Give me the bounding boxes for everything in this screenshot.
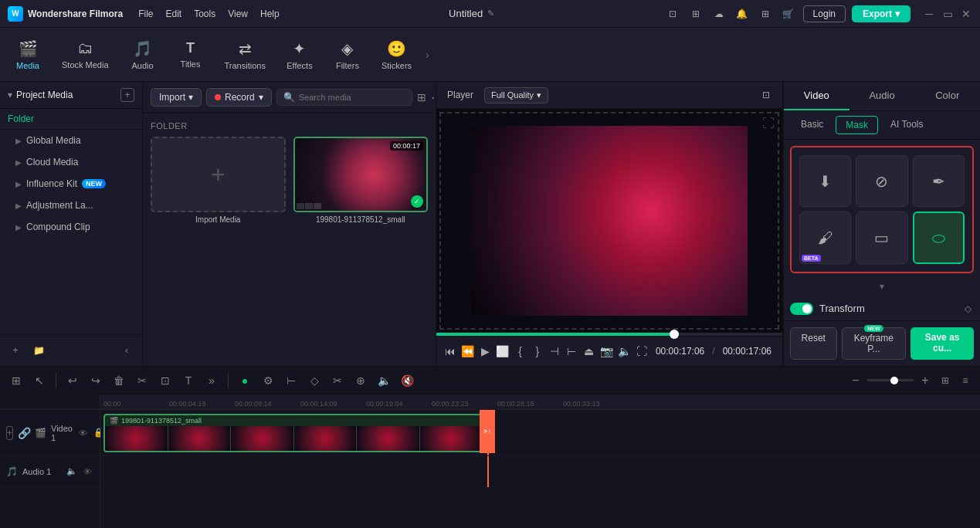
toolbar-filters[interactable]: ◈ Filters (324, 35, 371, 75)
toolbar-stickers[interactable]: 🙂 Stickers (372, 35, 421, 75)
minimize-button[interactable]: ─ (923, 8, 935, 20)
folder-button[interactable]: Folder (0, 109, 142, 130)
menu-tools[interactable]: Tools (194, 8, 215, 19)
preview-fullscreen-icon[interactable]: ⛶ (762, 117, 775, 130)
sidebar-item-cloud-media[interactable]: ▶ Cloud Media (0, 151, 142, 173)
sidebar-item-global-media[interactable]: ▶ Global Media (0, 130, 142, 151)
import-media-item[interactable]: + Import Media (151, 137, 286, 224)
login-button[interactable]: Login (803, 5, 846, 22)
tl-merge-button[interactable]: ⊕ (351, 371, 371, 391)
tl-audio-button[interactable]: 🔈 (374, 371, 394, 391)
maximize-button[interactable]: ▭ (941, 8, 954, 20)
play-button[interactable]: ▶ (479, 341, 491, 361)
import-button[interactable]: Import ▾ (151, 88, 202, 107)
tl-select-button[interactable]: ↖ (29, 371, 49, 391)
tab-color[interactable]: Color (914, 82, 980, 110)
mark-in-button[interactable]: ⏏ (582, 341, 595, 361)
subtab-mask[interactable]: Mask (836, 116, 878, 134)
skip-back-button[interactable]: ⏮ (444, 341, 456, 361)
mask-tool-download[interactable]: ⬇ (799, 155, 851, 207)
export-button[interactable]: Export ▾ (852, 5, 910, 22)
mask-tool-slash[interactable]: ⊘ (856, 155, 907, 207)
zoom-plus-button[interactable]: + (917, 372, 934, 389)
add-video-track-button[interactable]: + (6, 426, 13, 440)
close-button[interactable]: ✕ (960, 8, 972, 20)
search-input[interactable] (299, 93, 405, 102)
folder-footer-button[interactable]: 📁 (29, 341, 48, 360)
audio-mute-button[interactable]: 🔈 (66, 465, 78, 478)
cart-icon[interactable]: 🛒 (780, 5, 797, 22)
frame-back-button[interactable]: ⏪ (461, 341, 474, 361)
tl-cut-button[interactable]: ✂ (132, 371, 152, 391)
zoom-minus-button[interactable]: − (847, 372, 864, 389)
mask-tool-ellipse[interactable]: ⬭ (913, 212, 965, 263)
in-point-button[interactable]: { (514, 341, 526, 361)
filter-button[interactable]: ⊞ (417, 91, 426, 103)
out-point-button[interactable]: } (531, 341, 544, 361)
tl-delete-button[interactable]: 🗑 (109, 371, 129, 391)
mask-tool-pen[interactable]: ✒ (913, 155, 965, 207)
menu-edit[interactable]: Edit (165, 8, 181, 19)
next-clip-button[interactable]: ⊢ (565, 341, 578, 361)
video-thumb[interactable]: 00:00:17 ✓ (293, 137, 429, 212)
cloud-icon[interactable]: ☁ (710, 5, 727, 22)
sidebar-item-compound-clip[interactable]: ▶ Compound Clip (0, 216, 142, 238)
collapse-panel-button[interactable]: ‹ (117, 341, 136, 360)
link-audio-button[interactable]: 🔗 (18, 427, 30, 439)
tl-audio-sync-button[interactable]: ⊢ (281, 371, 301, 391)
playhead[interactable] (487, 410, 489, 455)
mask-tool-rect[interactable]: ▭ (856, 212, 907, 263)
add-folder-button[interactable]: + (120, 88, 134, 102)
toolbar-effects[interactable]: ✦ Effects (276, 35, 323, 75)
layout-icon[interactable]: ⊞ (687, 5, 704, 22)
tl-text-button[interactable]: T (178, 371, 198, 391)
menu-help[interactable]: Help (260, 8, 280, 19)
tl-green-button[interactable]: ● (235, 371, 255, 391)
toolbar-more-chevron[interactable]: › (422, 46, 432, 64)
tl-split-button[interactable]: ✂ (327, 371, 348, 391)
toolbar-media[interactable]: 🎬 Media (5, 35, 51, 75)
mask-tools-chevron[interactable]: ▾ (784, 279, 980, 293)
toolbar-titles[interactable]: T Titles (168, 36, 214, 73)
video-media-item[interactable]: 00:00:17 ✓ 199801-911378512_small (293, 137, 429, 224)
record-button[interactable]: Record ▾ (206, 88, 272, 107)
preview-settings-icon[interactable]: ⊡ (758, 86, 775, 103)
fullscreen-button[interactable]: ⛶ (636, 341, 648, 361)
stop-button[interactable]: ⬜ (496, 341, 509, 361)
menu-file[interactable]: File (138, 8, 153, 19)
toolbar-transitions[interactable]: ⇄ Transitions (215, 35, 275, 75)
bell-icon[interactable]: 🔔 (734, 5, 751, 22)
prev-clip-button[interactable]: ⊣ (548, 341, 561, 361)
audio-visible-button[interactable]: 👁 (81, 465, 93, 478)
subtab-basic[interactable]: Basic (792, 116, 832, 134)
preview-progress-bar[interactable] (436, 333, 782, 336)
preview-progress-handle[interactable] (670, 330, 679, 339)
keyframe-button[interactable]: NEW Keyframe P... (842, 327, 907, 360)
transform-toggle[interactable] (790, 303, 813, 315)
audio-button[interactable]: 🔈 (618, 341, 631, 361)
list-view-button[interactable]: ≡ (957, 372, 974, 389)
edit-title-icon[interactable]: ✎ (487, 8, 494, 19)
video-visible-button[interactable]: 👁 (77, 427, 90, 439)
tl-undo-button[interactable]: ↩ (63, 371, 83, 391)
tl-crop-button[interactable]: ⊡ (155, 371, 175, 391)
mark-out-button[interactable]: 📷 (600, 341, 613, 361)
tl-settings-button[interactable]: ⚙ (258, 371, 278, 391)
menu-view[interactable]: View (228, 8, 248, 19)
toolbar-audio[interactable]: 🎵 Audio (120, 35, 166, 75)
player-tab[interactable]: Player (444, 88, 476, 102)
add-media-button[interactable]: + (6, 341, 25, 360)
transform-keyframe-diamond[interactable]: ◇ (961, 303, 974, 315)
tl-redo-button[interactable]: ↪ (86, 371, 106, 391)
grid-view-button[interactable]: ⊞ (937, 372, 954, 389)
transform-section-header[interactable]: Transform ◇ (790, 300, 974, 318)
zoom-slider-knob[interactable] (890, 377, 898, 384)
quality-select[interactable]: Full Quality ▾ (484, 87, 548, 103)
sidebar-item-adjustment[interactable]: ▶ Adjustment La... (0, 195, 142, 216)
tl-mute-button[interactable]: 🔇 (397, 371, 417, 391)
tl-keyframe-button[interactable]: ◇ (304, 371, 324, 391)
tl-snap-button[interactable]: ⊞ (6, 371, 26, 391)
sidebar-item-influence-kit[interactable]: ▶ Influence Kit NEW (0, 173, 142, 195)
import-thumb[interactable]: + (151, 137, 286, 212)
subtab-ai-tools[interactable]: AI Tools (881, 116, 932, 134)
